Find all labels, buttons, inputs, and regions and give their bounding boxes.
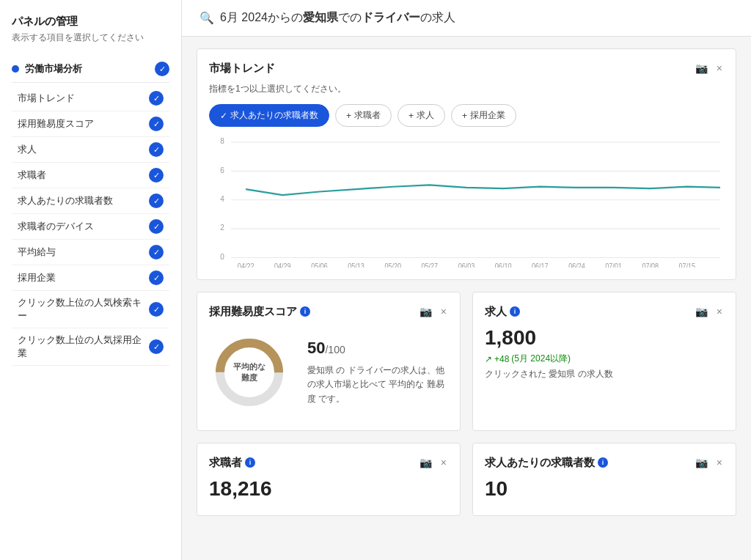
sidebar-item-6[interactable]: 平均給与 ✓ [12,240,169,265]
donut-label-line2: 難度 [241,373,257,382]
donut-label-line1: 平均的な [233,362,265,371]
score-content: 平均的な 難度 50/100 愛知県 の ドライバーの求人は、他の求人市場と比べ… [209,326,448,419]
seekers-close-btn[interactable]: × [439,455,448,470]
sidebar-item-7[interactable]: 採用企業 ✓ [12,265,169,291]
job-close-btn[interactable]: × [715,304,724,319]
market-trend-title: 市場トレンド [209,62,275,75]
job-title-wrap: 求人 i [485,305,520,319]
seekers-per-job-value: 10 [485,477,724,501]
filter-seekers[interactable]: + 求職者 [335,104,392,127]
sidebar-item-check-0: ✓ [149,91,164,106]
job-postings-card: 求人 i 📷 × 1,800 ↗ +48 (5月 2024以降) クリックされた… [472,292,736,431]
sidebar-item-8[interactable]: クリック数上位の人気検索キー ✓ [12,291,169,328]
sidebar-item-2[interactable]: 求人 ✓ [12,137,169,163]
title-mid: での [338,11,362,23]
sidebar-section-header: 労働市場分析 ✓ [12,56,169,83]
sidebar-item-label-0: 市場トレンド [18,92,75,105]
page-title: 6月 2024からの愛知県でのドライバーの求人 [220,10,455,26]
seekers-info-icon[interactable]: i [245,457,255,468]
sidebar-item-label-2: 求人 [18,143,37,156]
donut-chart: 平均的な 難度 [209,332,290,413]
sidebar-item-check-9: ✓ [149,339,164,354]
job-camera-btn[interactable]: 📷 [694,304,709,319]
job-postings-value: 1,800 [485,326,724,350]
score-value: 50 [307,339,325,357]
title-location: 愛知県 [303,11,338,23]
svg-text:05/06: 05/06 [311,262,328,268]
sidebar-item-check-5: ✓ [149,219,164,234]
job-seekers-title: 求職者 [209,456,242,470]
difficulty-score-actions: 📷 × [418,304,448,319]
title-suffix: の求人 [420,11,455,23]
svg-text:05/20: 05/20 [384,262,401,268]
sidebar-item-check-6: ✓ [149,245,164,259]
difficulty-camera-btn[interactable]: 📷 [418,304,433,319]
sidebar-item-9[interactable]: クリック数上位の人気採用企業 ✓ [12,328,169,366]
market-trend-actions: 📷 × [694,61,724,75]
svg-text:07/08: 07/08 [642,262,659,268]
svg-text:06/10: 06/10 [495,262,512,268]
job-postings-actions: 📷 × [694,304,724,319]
filter-seekers-label: 求職者 [354,109,381,122]
score-description: 愛知県 の ドライバーの求人は、他の求人市場と比べて 平均的な 難易度 です。 [307,364,448,406]
spj-close-btn[interactable]: × [715,455,724,470]
difficulty-info-icon[interactable]: i [300,306,310,317]
difficulty-score-header: 採用難易度スコア i 📷 × [209,304,448,319]
sidebar-title: パネルの管理 [12,15,169,29]
job-seekers-value: 18,216 [209,477,448,501]
market-trend-camera-btn[interactable]: 📷 [694,61,709,75]
svg-text:8: 8 [220,136,224,146]
filter-seekers-per-job-label: 求人あたりの求職者数 [230,109,318,122]
seekers-camera-btn[interactable]: 📷 [418,455,433,470]
sidebar-items-list: 市場トレンド ✓ 採用難易度スコア ✓ 求人 ✓ 求職者 ✓ 求人あたりの求職者… [12,86,169,366]
sidebar: パネルの管理 表示する項目を選択してください 労働市場分析 ✓ 市場トレンド ✓… [0,0,182,560]
section-label-text: 労働市場分析 [25,62,82,75]
chart-filters: ✓ 求人あたりの求職者数 + 求職者 + 求人 + 採用企業 [209,104,724,127]
job-postings-header: 求人 i 📷 × [485,304,724,319]
sidebar-item-check-8: ✓ [149,302,164,317]
svg-text:05/13: 05/13 [348,262,364,268]
job-change: ↗ +48 (5月 2024以降) [485,353,724,365]
sidebar-item-1[interactable]: 採用難易度スコア ✓ [12,111,169,137]
sidebar-item-4[interactable]: 求人あたりの求職者数 ✓ [12,188,169,214]
filter-plus-icon-1: + [346,111,351,121]
sidebar-item-label-4: 求人あたりの求職者数 [18,194,113,207]
job-seekers-actions: 📷 × [418,455,448,470]
svg-text:04/29: 04/29 [274,262,291,268]
difficulty-score-card: 採用難易度スコア i 📷 × 平均的な [197,292,461,431]
sidebar-item-3[interactable]: 求職者 ✓ [12,163,169,188]
sidebar-item-label-7: 採用企業 [18,271,56,284]
sidebar-item-check-7: ✓ [149,270,164,285]
seekers-per-job-header: 求人あたりの求職者数 i 📷 × [485,455,724,470]
job-seekers-header: 求職者 i 📷 × [209,455,448,470]
filter-companies[interactable]: + 採用企業 [451,104,516,127]
job-change-amount: +48 [494,354,509,364]
svg-text:07/01: 07/01 [605,262,622,268]
spj-camera-btn[interactable]: 📷 [694,455,709,470]
difficulty-title-wrap: 採用難易度スコア i [209,305,310,319]
difficulty-score-title: 採用難易度スコア [209,305,297,319]
filter-jobs-label: 求人 [417,109,434,122]
score-details: 50/100 愛知県 の ドライバーの求人は、他の求人市場と比べて 平均的な 難… [307,339,448,406]
spj-info-icon[interactable]: i [598,457,608,468]
seekers-title-wrap: 求職者 i [209,456,255,470]
arrow-up-icon: ↗ [485,354,492,364]
sidebar-item-label-9: クリック数上位の人気採用企業 [18,334,149,360]
sidebar-item-0[interactable]: 市場トレンド ✓ [12,86,169,111]
job-note: クリックされた 愛知県 の求人数 [485,368,724,380]
job-info-icon[interactable]: i [510,306,520,317]
job-seekers-card: 求職者 i 📷 × 18,216 [197,443,461,516]
sidebar-item-label-6: 平均給与 [18,246,56,259]
seekers-per-job-actions: 📷 × [694,455,724,470]
market-trend-card: 市場トレンド 📷 × 指標を1つ以上選択してください。 ✓ 求人あたりの求職者数… [197,48,736,280]
sidebar-item-5[interactable]: 求職者のデバイス ✓ [12,214,169,240]
sidebar-item-label-3: 求職者 [18,169,46,182]
svg-text:06/03: 06/03 [458,262,475,268]
market-trend-close-btn[interactable]: × [715,61,724,75]
difficulty-close-btn[interactable]: × [439,304,448,319]
section-check-icon[interactable]: ✓ [155,62,169,76]
filter-jobs[interactable]: + 求人 [398,104,445,127]
title-keyword: ドライバー [362,11,420,23]
filter-seekers-per-job[interactable]: ✓ 求人あたりの求職者数 [209,104,329,127]
section-dot [12,65,19,73]
